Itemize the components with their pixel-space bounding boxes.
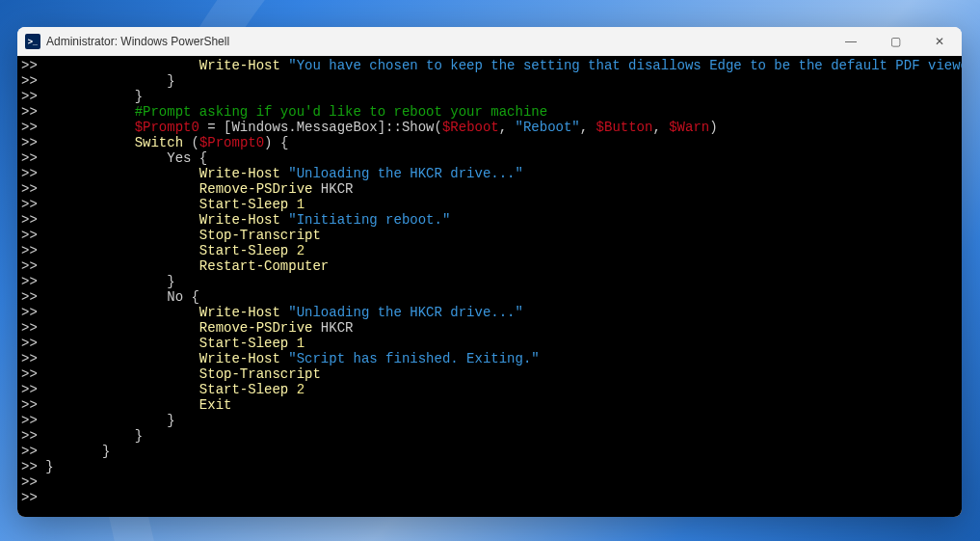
terminal-line: >> Stop-Transcript [21, 228, 958, 243]
terminal-line: >> Start-Sleep 2 [21, 382, 958, 397]
terminal-line: >> Remove-PSDrive HKCR [21, 320, 958, 336]
terminal-line: >> } [21, 459, 958, 474]
prompt-marker: >> [21, 212, 38, 228]
code-segment: "Script has finished. Exiting." [288, 351, 539, 366]
code-segment: "Unloading the HKCR drive..." [288, 305, 523, 320]
code-segment: } [167, 413, 174, 428]
terminal-line: >> Write-Host "Initiating reboot." [21, 212, 958, 228]
code-segment: #Prompt asking if you'd like to reboot y… [135, 104, 547, 120]
powershell-window: >_ Administrator: Windows PowerShell — ▢… [17, 27, 962, 517]
prompt-marker: >> [21, 181, 38, 197]
terminal-line: >> #Prompt asking if you'd like to reboo… [21, 104, 958, 120]
prompt-marker: >> [21, 104, 38, 120]
terminal-line: >> $Prompt0 = [Windows.MessageBox]::Show… [21, 120, 958, 135]
code-segment: 1 [297, 336, 305, 351]
code-segment: ) { [264, 135, 288, 150]
terminal-line: >> Start-Sleep 1 [21, 336, 958, 351]
prompt-marker: >> [21, 444, 38, 459]
prompt-marker: >> [21, 413, 38, 428]
close-button[interactable]: ✕ [917, 27, 962, 56]
prompt-marker: >> [21, 336, 38, 351]
terminal-line: >> Start-Sleep 2 [21, 243, 958, 258]
prompt-marker: >> [21, 459, 38, 474]
code-segment: Stop-Transcript [199, 228, 321, 243]
code-segment: } [167, 73, 174, 89]
terminal-line: >> Switch ($Prompt0) { [21, 135, 958, 150]
window-title: Administrator: Windows PowerShell [46, 35, 229, 48]
titlebar[interactable]: >_ Administrator: Windows PowerShell — ▢… [17, 27, 962, 56]
prompt-marker: >> [21, 474, 38, 490]
prompt-marker: >> [21, 228, 38, 243]
code-segment: ( [183, 135, 199, 150]
terminal-line: >> } [21, 444, 958, 459]
code-segment: Write-Host [199, 212, 288, 228]
terminal-line: >> [21, 474, 958, 490]
code-segment: Write-Host [199, 351, 288, 366]
code-segment: Remove-PSDrive [199, 320, 313, 336]
code-segment: ]::Show( [378, 120, 442, 135]
code-segment: "Unloading the HKCR drive..." [288, 166, 523, 181]
code-segment: 2 [297, 243, 305, 258]
prompt-marker: >> [21, 351, 38, 366]
code-segment: , [652, 120, 669, 135]
code-segment: HKCR [312, 320, 353, 336]
terminal-line: >> } [21, 73, 958, 89]
code-segment: Start-Sleep [199, 336, 297, 351]
code-segment: } [135, 89, 143, 104]
code-segment: Exit [199, 397, 232, 413]
code-segment: 1 [297, 197, 305, 212]
code-segment: $Warn [669, 120, 709, 135]
minimize-button[interactable]: — [829, 27, 873, 56]
code-segment: Restart-Computer [199, 258, 329, 274]
maximize-button[interactable]: ▢ [873, 27, 917, 56]
code-segment: Write-Host [199, 305, 288, 320]
code-segment: = [ [199, 120, 232, 135]
code-segment: No { [167, 289, 199, 305]
terminal-line: >> Exit [21, 397, 958, 413]
terminal-output[interactable]: >> Write-Host "You have chosen to keep t… [17, 56, 962, 517]
terminal-line: >> Start-Sleep 1 [21, 197, 958, 212]
prompt-marker: >> [21, 289, 38, 305]
terminal-line: >> Write-Host "Script has finished. Exit… [21, 351, 958, 366]
prompt-marker: >> [21, 89, 38, 104]
prompt-marker: >> [21, 305, 38, 320]
code-segment: } [167, 274, 174, 289]
terminal-line: >> } [21, 428, 958, 444]
terminal-line: >> } [21, 274, 958, 289]
prompt-marker: >> [21, 73, 38, 89]
code-segment: Start-Sleep [199, 243, 297, 258]
code-segment: , [580, 120, 596, 135]
code-segment: Start-Sleep [199, 382, 297, 397]
powershell-icon: >_ [25, 34, 40, 49]
terminal-line: >> Stop-Transcript [21, 366, 958, 382]
code-segment: Remove-PSDrive [199, 181, 313, 197]
code-segment: $Button [596, 120, 653, 135]
terminal-line: >> Remove-PSDrive HKCR [21, 181, 958, 197]
prompt-marker: >> [21, 366, 38, 382]
terminal-line: >> } [21, 413, 958, 428]
terminal-line: >> Yes { [21, 150, 958, 166]
code-segment: } [45, 459, 53, 474]
code-segment: "You have chosen to keep the setting tha… [288, 58, 962, 73]
prompt-marker: >> [21, 397, 38, 413]
prompt-marker: >> [21, 150, 38, 166]
code-segment: "Reboot" [516, 120, 580, 135]
terminal-line: >> Write-Host "Unloading the HKCR drive.… [21, 305, 958, 320]
prompt-marker: >> [21, 258, 38, 274]
prompt-marker: >> [21, 120, 38, 135]
terminal-line: >> } [21, 89, 958, 104]
terminal-line: >> Write-Host "You have chosen to keep t… [21, 58, 958, 73]
code-segment: Windows.MessageBox [231, 120, 377, 135]
code-segment: Stop-Transcript [199, 366, 321, 382]
code-segment: $Prompt0 [135, 120, 199, 135]
terminal-line: >> No { [21, 289, 958, 305]
code-segment: "Initiating reboot." [288, 212, 450, 228]
terminal-line: >> Restart-Computer [21, 258, 958, 274]
prompt-marker: >> [21, 135, 38, 150]
prompt-marker: >> [21, 197, 38, 212]
terminal-line: >> Write-Host "Unloading the HKCR drive.… [21, 166, 958, 181]
code-segment: Switch [135, 135, 183, 150]
prompt-marker: >> [21, 490, 38, 505]
prompt-marker: >> [21, 58, 38, 73]
code-segment: Start-Sleep [199, 197, 297, 212]
